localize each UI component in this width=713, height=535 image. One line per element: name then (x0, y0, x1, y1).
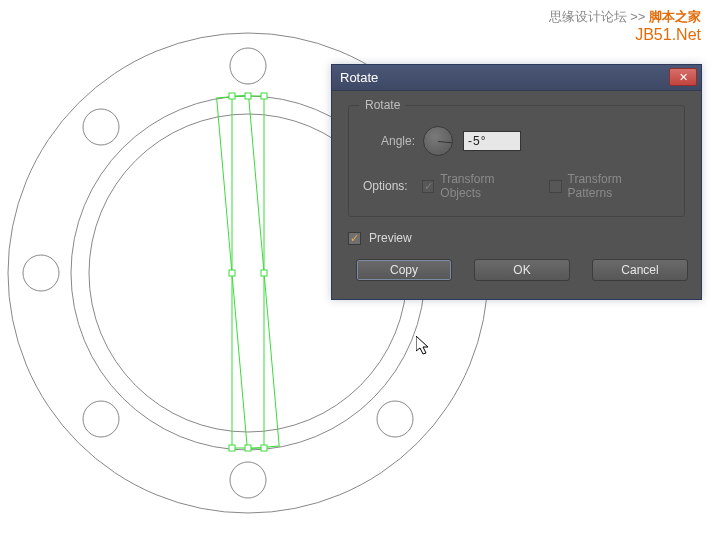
svg-rect-16 (229, 270, 235, 276)
checkbox-transform-patterns (549, 180, 562, 193)
ok-button[interactable]: OK (474, 259, 570, 281)
svg-rect-19 (245, 445, 251, 451)
svg-point-9 (23, 255, 59, 291)
watermark-seg3: JB51.Net (635, 26, 701, 43)
group-legend: Rotate (359, 98, 406, 112)
checkbox-preview[interactable] (348, 232, 361, 245)
svg-point-8 (83, 401, 119, 437)
svg-rect-11 (232, 96, 264, 448)
svg-rect-12 (217, 95, 280, 448)
angle-input[interactable]: -5° (463, 131, 521, 151)
cancel-button[interactable]: Cancel (592, 259, 688, 281)
angle-label: Angle: (381, 134, 415, 148)
svg-point-10 (83, 109, 119, 145)
angle-dial[interactable] (423, 126, 453, 156)
rotate-group: Rotate Angle: -5° Options: Transform Obj… (348, 105, 685, 217)
svg-point-7 (230, 462, 266, 498)
options-label: Options: (363, 179, 408, 193)
rotate-dialog: Rotate ✕ Rotate Angle: -5° Options: Tran… (331, 64, 702, 300)
close-button[interactable]: ✕ (669, 68, 697, 86)
svg-point-3 (230, 48, 266, 84)
svg-rect-13 (229, 93, 235, 99)
checkbox-transform-objects (422, 180, 435, 193)
preview-label: Preview (369, 231, 412, 245)
watermark-seg2: 脚本之家 (649, 9, 701, 24)
watermark-seg1: 思缘设计论坛 >> (549, 9, 649, 24)
svg-rect-15 (261, 93, 267, 99)
svg-rect-18 (229, 445, 235, 451)
svg-rect-17 (261, 270, 267, 276)
dialog-title: Rotate (340, 70, 378, 85)
transform-objects-label: Transform Objects (440, 172, 535, 200)
svg-rect-14 (245, 93, 251, 99)
dialog-title-bar[interactable]: Rotate ✕ (332, 65, 701, 91)
svg-rect-20 (261, 445, 267, 451)
svg-point-6 (377, 401, 413, 437)
copy-button[interactable]: Copy (356, 259, 452, 281)
transform-patterns-label: Transform Patterns (568, 172, 666, 200)
watermark: 思缘设计论坛 >> 脚本之家 JB51.Net (549, 8, 701, 44)
